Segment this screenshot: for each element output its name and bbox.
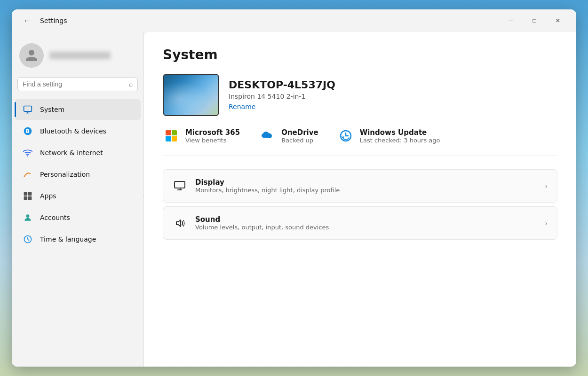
windows-update-icon — [337, 127, 354, 144]
title-bar-controls: ─ □ ✕ — [500, 13, 569, 28]
sound-setting-left: Sound Volume levels, output, input, soun… — [173, 215, 329, 231]
display-setting-row[interactable]: Display Monitors, brightness, night ligh… — [163, 169, 557, 203]
close-button[interactable]: ✕ — [547, 13, 569, 28]
display-title: Display — [195, 178, 340, 187]
sidebar-item-bluetooth[interactable]: Ƀ Bluetooth & devices — [15, 121, 141, 141]
avatar — [19, 43, 44, 68]
maximize-button[interactable]: □ — [524, 13, 545, 28]
rename-link[interactable]: Rename — [229, 103, 255, 110]
sidebar-item-time-label: Time & language — [40, 235, 96, 243]
device-image-inner — [164, 75, 218, 115]
sidebar: ⌕ System Ƀ Bluet — [12, 32, 143, 367]
sound-chevron: › — [545, 219, 548, 227]
svg-point-8 — [26, 214, 30, 218]
windows-update-title: Windows Update — [360, 128, 440, 137]
windows-update-text: Windows Update Last checked: 3 hours ago — [360, 128, 440, 144]
main-content: ⌕ System Ƀ Bluet — [12, 32, 576, 367]
device-name: DESKTOP-4L537JQ — [229, 79, 335, 91]
device-image — [163, 74, 219, 116]
svg-rect-11 — [175, 181, 185, 188]
bluetooth-icon: Ƀ — [22, 125, 33, 137]
device-info: DESKTOP-4L537JQ Inspiron 14 5410 2-in-1 … — [229, 79, 335, 111]
windows-update-item: Windows Update Last checked: 3 hours ago — [337, 127, 440, 144]
onedrive-text: OneDrive Backed up — [281, 128, 318, 144]
page-title: System — [163, 47, 557, 63]
user-icon — [24, 48, 39, 63]
settings-window: ← Settings ─ □ ✕ ⌕ — [12, 9, 576, 367]
sidebar-item-system[interactable]: System — [15, 99, 141, 120]
user-name — [49, 52, 111, 59]
window-title: Settings — [40, 17, 67, 24]
svg-rect-7 — [28, 196, 32, 200]
onedrive-item: OneDrive Backed up — [259, 127, 318, 144]
display-icon — [173, 179, 188, 194]
sidebar-item-time[interactable]: Time & language — [15, 229, 141, 250]
title-bar-left: ← Settings — [19, 13, 67, 28]
ms365-icon — [163, 127, 180, 144]
sidebar-item-system-label: System — [40, 106, 64, 113]
sidebar-item-apps[interactable]: Apps — [15, 186, 141, 206]
info-row: Microsoft 365 View benefits OneDrive Bac… — [163, 127, 557, 156]
system-icon — [22, 104, 33, 115]
display-subtitle: Monitors, brightness, night light, displ… — [195, 187, 340, 194]
svg-rect-0 — [24, 106, 32, 112]
svg-text:Ƀ: Ƀ — [26, 128, 30, 134]
sidebar-item-apps-label: Apps — [40, 192, 56, 200]
svg-rect-6 — [24, 196, 28, 200]
accounts-icon — [22, 212, 33, 223]
sidebar-item-accounts[interactable]: Accounts — [15, 207, 141, 228]
svg-rect-4 — [24, 192, 28, 196]
onedrive-icon — [259, 127, 276, 144]
sound-title: Sound — [195, 215, 329, 224]
sound-setting-row[interactable]: Sound Volume levels, output, input, soun… — [163, 206, 557, 240]
minimize-button[interactable]: ─ — [500, 13, 522, 28]
ms365-title: Microsoft 365 — [185, 128, 240, 137]
sidebar-item-accounts-label: Accounts — [40, 214, 70, 221]
svg-rect-5 — [28, 192, 32, 196]
display-setting-left: Display Monitors, brightness, night ligh… — [173, 178, 340, 194]
sound-icon — [173, 216, 188, 231]
search-icon: ⌕ — [129, 80, 133, 88]
content-area: System DESKTOP-4L537JQ Inspiron 14 5410 … — [144, 32, 576, 367]
ms365-item: Microsoft 365 View benefits — [163, 127, 240, 144]
sidebar-item-personalization-label: Personalization — [40, 171, 90, 178]
search-box[interactable]: ⌕ — [17, 77, 138, 91]
display-text: Display Monitors, brightness, night ligh… — [195, 178, 340, 194]
onedrive-title: OneDrive — [281, 128, 318, 137]
sound-subtitle: Volume levels, output, input, sound devi… — [195, 224, 329, 231]
onedrive-subtitle: Backed up — [281, 137, 318, 144]
apps-icon — [22, 190, 33, 202]
ms365-text: Microsoft 365 View benefits — [185, 128, 240, 144]
sidebar-item-network[interactable]: Network & internet — [15, 142, 141, 163]
network-icon — [22, 147, 33, 158]
search-input[interactable] — [23, 80, 125, 88]
time-icon — [22, 234, 33, 245]
windows-update-subtitle: Last checked: 3 hours ago — [360, 137, 440, 144]
sidebar-item-bluetooth-label: Bluetooth & devices — [40, 127, 106, 135]
svg-point-3 — [27, 155, 29, 157]
device-card: DESKTOP-4L537JQ Inspiron 14 5410 2-in-1 … — [163, 74, 557, 116]
personalization-icon — [22, 169, 33, 180]
sidebar-item-personalization[interactable]: Personalization — [15, 164, 141, 185]
title-bar: ← Settings ─ □ ✕ — [12, 9, 576, 32]
sound-text: Sound Volume levels, output, input, soun… — [195, 215, 329, 231]
back-button[interactable]: ← — [19, 13, 34, 28]
device-model: Inspiron 14 5410 2-in-1 — [229, 93, 335, 100]
user-section — [12, 38, 143, 77]
display-chevron: › — [545, 182, 548, 190]
sidebar-item-network-label: Network & internet — [40, 149, 103, 157]
ms365-subtitle: View benefits — [185, 137, 240, 144]
